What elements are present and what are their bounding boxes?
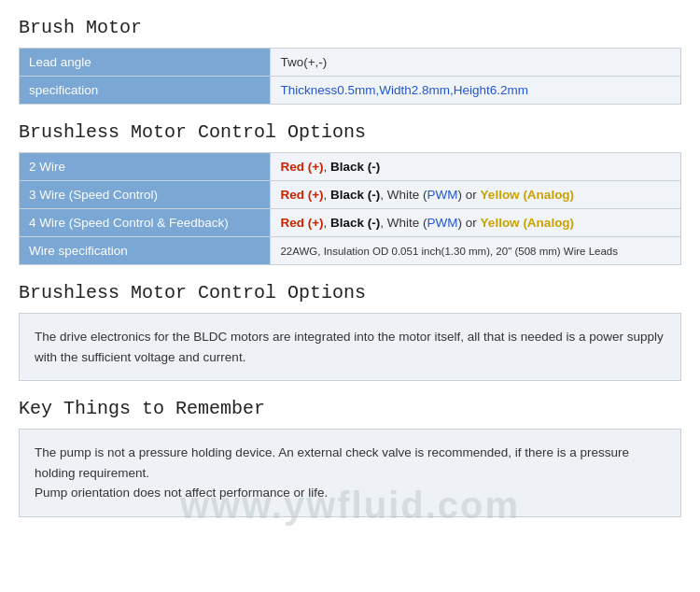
table-row: Lead angle Two(+,-) [20, 49, 681, 77]
table-row: specification Thickness0.5mm,Width2.8mm,… [20, 77, 681, 105]
page-wrapper: Brush Motor Lead angle Two(+,-) specific… [0, 0, 700, 545]
table-row: Wire specification 22AWG, Insulation OD … [20, 237, 681, 265]
table-row: 3 Wire (Speed Control) Red (+), Black (-… [20, 181, 681, 209]
label-4wire: 4 Wire (Speed Control & Feedback) [20, 209, 271, 237]
value-wire-spec: 22AWG, Insulation OD 0.051 inch(1.30 mm)… [271, 237, 681, 265]
label-specification: specification [20, 77, 271, 105]
key-things-line1: The pump is not a pressure holding devic… [35, 445, 629, 480]
value-4wire: Red (+), Black (-), White (PWM) or Yello… [271, 209, 681, 237]
brushless-description-box: The drive electronics for the BLDC motor… [19, 313, 681, 381]
brushless-desc-title: Brushless Motor Control Options [19, 282, 681, 303]
key-things-box: The pump is not a pressure holding devic… [19, 429, 681, 517]
brushless-control-title: Brushless Motor Control Options [19, 121, 681, 143]
table-row: 4 Wire (Speed Control & Feedback) Red (+… [20, 209, 681, 237]
value-3wire: Red (+), Black (-), White (PWM) or Yello… [271, 181, 681, 209]
brushless-control-table: 2 Wire Red (+), Black (-) 3 Wire (Speed … [19, 152, 681, 265]
value-2wire: Red (+), Black (-) [271, 153, 681, 181]
label-wire-spec: Wire specification [20, 237, 271, 265]
label-3wire: 3 Wire (Speed Control) [20, 181, 271, 209]
brush-motor-table: Lead angle Two(+,-) specification Thickn… [19, 48, 681, 105]
table-row: 2 Wire Red (+), Black (-) [20, 153, 681, 181]
label-2wire: 2 Wire [20, 153, 271, 181]
brush-motor-title: Brush Motor [19, 17, 681, 38]
value-specification: Thickness0.5mm,Width2.8mm,Height6.2mm [271, 77, 681, 105]
brushless-description-text: The drive electronics for the BLDC motor… [35, 330, 664, 364]
key-things-title: Key Things to Remember [19, 398, 681, 419]
value-lead-angle: Two(+,-) [271, 49, 681, 77]
key-things-line2: Pump orientation does not affect perform… [35, 486, 328, 500]
label-lead-angle: Lead angle [20, 49, 271, 77]
